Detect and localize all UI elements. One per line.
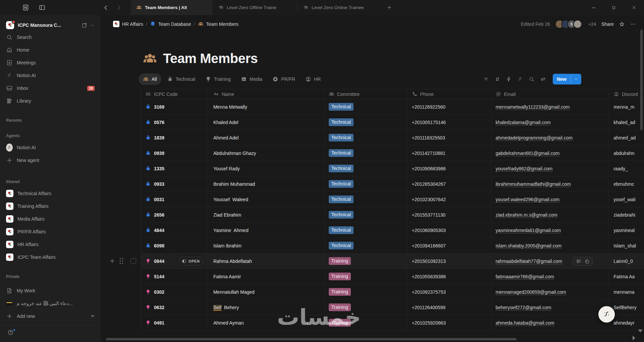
cell-name[interactable]: Ziad Ebrahim xyxy=(208,207,325,222)
new-tab-button[interactable] xyxy=(382,0,396,15)
view-tab-media[interactable]: Media xyxy=(236,73,267,85)
email-link[interactable]: ahmedadelprogramming@gmail.com xyxy=(495,135,573,140)
cell-email[interactable]: ziad.ebrahim.m.s@gmail.com xyxy=(491,207,609,222)
sidebar-item-notion-ai[interactable]: Notion AI xyxy=(3,69,98,82)
cell-icpc-code[interactable]: 1335 xyxy=(141,161,208,176)
table-row[interactable]: 0939Abdulrahman GhazyTechnical+201142710… xyxy=(141,146,644,161)
section-header-shared[interactable]: Shared xyxy=(0,176,101,184)
cell-committee[interactable]: Technical xyxy=(325,146,407,161)
sidebar-item-library[interactable]: Library xyxy=(3,95,98,107)
section-header-recents[interactable]: Recents xyxy=(0,115,101,123)
cell-email[interactable]: khaledzalama@gmail.com xyxy=(491,115,609,130)
column-header-icpc-code[interactable]: ICPC Code xyxy=(141,89,208,99)
scroll-down-arrow-icon[interactable] xyxy=(638,330,643,332)
nav-forward-icon[interactable] xyxy=(115,4,122,11)
more-options-icon[interactable] xyxy=(630,21,636,27)
sidebar-item-hr-affairs[interactable]: HR Affairs xyxy=(3,238,98,251)
cell-icpc-code[interactable]: 2656 xyxy=(141,207,208,222)
cell-name[interactable]: Abdulrahman Ghazy xyxy=(208,146,325,161)
cell-name[interactable]: Mennatullah Maged xyxy=(208,284,325,299)
cell-icpc-code[interactable]: 0939 xyxy=(141,146,208,161)
table-row[interactable]: 0491Ahmed AymanTraining+201025920863ahme… xyxy=(141,315,644,331)
cell-discord[interactable]: abdulrahn xyxy=(609,146,644,161)
cell-phone[interactable]: +201023007642 xyxy=(407,192,492,207)
view-tab-training[interactable]: Training xyxy=(201,73,235,85)
cell-phone[interactable]: +201005175146 xyxy=(407,115,492,130)
cell-icpc-code[interactable]: 0933 xyxy=(141,176,208,191)
maximize-button[interactable] xyxy=(604,0,624,15)
settings-sliders-icon[interactable] xyxy=(539,74,547,84)
cell-phone[interactable]: +201092375753 xyxy=(407,284,492,299)
view-tab-technical[interactable]: Technical xyxy=(163,73,200,85)
breadcrumb-hr-affairs[interactable]: HR Affairs xyxy=(111,20,146,28)
table-row[interactable]: 0933Ibrahim MuhammadTechnical+2012853042… xyxy=(141,176,644,192)
cell-email[interactable]: mennamaged200659@gmail.com xyxy=(491,284,609,299)
breadcrumb-team-members[interactable]: Team Members xyxy=(196,20,241,28)
notion-logo-icon[interactable] xyxy=(22,4,29,11)
sidebar-item-inbox[interactable]: Inbox19 xyxy=(3,82,98,95)
cell-email[interactable]: islam.shalaby.2005@gmail.com xyxy=(491,238,609,253)
view-tab-all[interactable]: All xyxy=(139,73,161,85)
cell-committee[interactable]: Technical xyxy=(325,130,407,145)
cell-phone[interactable]: +201118325503 xyxy=(407,130,492,145)
cell-discord[interactable]: yasmineal xyxy=(609,223,644,238)
section-header-agents[interactable]: Agents xyxy=(0,130,101,138)
cell-committee[interactable]: Technical xyxy=(325,161,407,176)
email-link[interactable]: gabdelrahman681@gmail.com xyxy=(495,151,559,156)
email-link[interactable]: yousef.waleed296@gmail.com xyxy=(495,197,559,202)
cell-discord[interactable]: ziadebrahi xyxy=(609,207,644,222)
cell-icpc-code[interactable]: 6098 xyxy=(141,238,208,253)
favorite-star-icon[interactable] xyxy=(619,21,625,27)
column-header-name[interactable]: AaName xyxy=(208,89,325,99)
new-button-chevron-icon[interactable] xyxy=(571,74,581,84)
cell-name[interactable]: Islam Ibrahim xyxy=(208,238,325,253)
cell-icpc-code[interactable]: 1839 xyxy=(141,130,208,145)
table-row[interactable]: 0031Youssef WaleedTechnical+201023007642… xyxy=(141,192,644,207)
cell-discord[interactable]: ebmuhmc xyxy=(609,176,644,191)
cell-committee[interactable]: Technical xyxy=(325,207,407,222)
row-checkbox[interactable] xyxy=(130,258,136,264)
sidebar-item-home[interactable]: Home xyxy=(3,44,98,56)
nav-back-icon[interactable] xyxy=(103,4,109,11)
email-link[interactable]: islam.shalaby.2005@gmail.com xyxy=(495,243,561,248)
sidebar-item-search[interactable]: Search xyxy=(3,31,98,44)
column-header-phone[interactable]: Phone xyxy=(407,89,492,99)
cell-phone[interactable]: +201285304267 xyxy=(407,176,492,191)
tab-level-zero-online-trainee[interactable]: Level Zero Online Trainee xyxy=(298,0,382,15)
sidebar-item-media-affairs[interactable]: Media Affairs xyxy=(3,213,98,225)
cell-icpc-code[interactable]: 5144 xyxy=(141,269,208,284)
sidebar-item-technical-affairs[interactable]: Technical Affairs xyxy=(3,187,98,200)
email-link[interactable]: khaledzalama@gmail.com xyxy=(495,120,550,125)
triangle-down-icon[interactable] xyxy=(91,315,95,318)
email-link[interactable]: rahmaabdelfatah77@gmail.com xyxy=(495,259,562,264)
cell-email[interactable]: rahmaabdelfatah77@gmail.com xyxy=(491,253,609,269)
email-link[interactable]: mennamaged200659@gmail.com xyxy=(495,289,566,295)
email-link[interactable]: ziad.ebrahim.m.s@gmail.com xyxy=(495,212,557,218)
notion-ai-floating-button[interactable] xyxy=(598,306,615,323)
table-row[interactable]: 0576Khaled AdelTechnical+201005175146kha… xyxy=(141,115,644,130)
avatar[interactable] xyxy=(573,20,582,28)
column-header-discord[interactable]: Discord xyxy=(609,89,644,99)
cell-email[interactable]: ahmedadelprogramming@gmail.com xyxy=(491,130,609,145)
cell-phone[interactable]: +201501092313 xyxy=(407,253,492,269)
sidebar-item-training-affairs[interactable]: Training Affairs xyxy=(3,200,98,213)
cell-phone[interactable]: +201126400599 xyxy=(407,300,492,315)
cell-name[interactable]: Ahmed Adel xyxy=(208,130,325,145)
section-header-private[interactable]: Private xyxy=(0,271,101,279)
cell-icpc-code[interactable]: 0491 xyxy=(141,315,208,330)
cell-discord[interactable]: mennama xyxy=(609,284,644,299)
sidebar-item-icpc-team-affairs[interactable]: ICPC Team Affairs xyxy=(3,251,98,264)
drag-handle-icon[interactable] xyxy=(120,258,124,264)
tab-team-members-all[interactable]: Team Members | All xyxy=(131,0,213,15)
sidebar-toggle-icon[interactable] xyxy=(39,4,46,11)
sidebar-item-pr-fr-affairs[interactable]: PR/FR Affairs xyxy=(3,225,98,238)
cell-committee[interactable]: Technical xyxy=(325,115,407,130)
cell-committee[interactable]: Technical xyxy=(325,176,407,191)
cell-icpc-code[interactable]: 0031 xyxy=(141,192,208,207)
view-tab-pr-fr[interactable]: PR/FR xyxy=(268,73,300,85)
email-link[interactable]: beheryseif272@gmail.com xyxy=(495,305,551,310)
cell-name[interactable]: Fatima Aamir xyxy=(208,269,325,284)
cell-name[interactable]: Yasmine Ahmed xyxy=(208,223,325,238)
workspace-switcher[interactable]: ICPC Mansoura C... xyxy=(3,19,98,31)
chevron-down-icon[interactable] xyxy=(90,23,95,27)
